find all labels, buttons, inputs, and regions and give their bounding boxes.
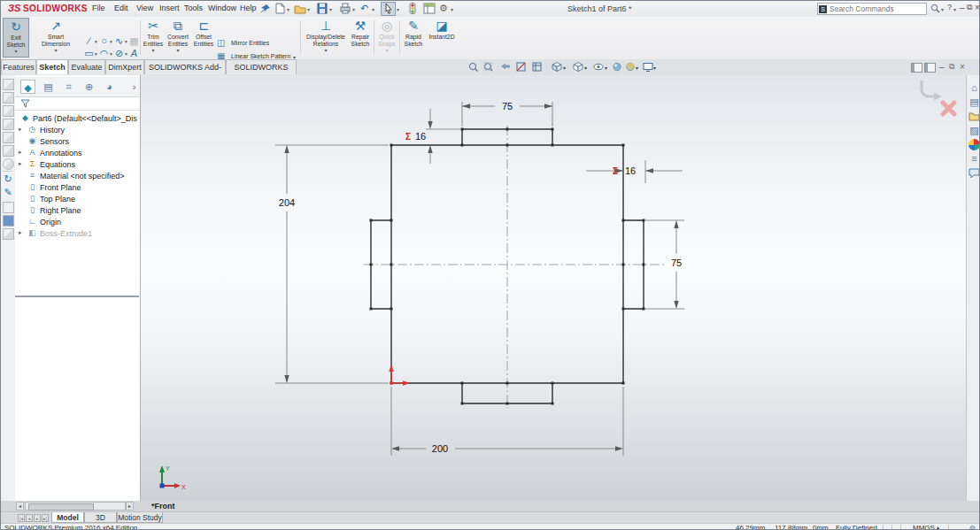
settings-caret-icon[interactable]: ▾ [451,6,453,12]
arc-caret-icon[interactable]: ▾ [110,51,112,57]
spline-caret-icon[interactable]: ▾ [125,39,127,44]
offset-entities-button[interactable]: ⊏ Offset Entities [191,18,216,58]
dim-top-tab-width[interactable]: 75 [502,101,513,111]
doc-close-button[interactable]: × [960,62,965,72]
view-palette-icon[interactable]: ▨ [968,125,980,136]
line-caret-icon[interactable]: ▾ [95,39,97,44]
tree-item-front-plane[interactable]: ▯ Front Plane [15,182,139,194]
tab-features[interactable]: Features [1,59,36,74]
expand-caret-icon[interactable]: ▸ [19,126,22,133]
horizontal-scrollbar[interactable] [25,502,126,511]
apply-scene-caret-icon[interactable]: ▾ [636,65,638,71]
manager-tabs-overflow-chevron-icon[interactable]: › [127,80,142,94]
home-icon[interactable]: ⌂ [968,82,980,94]
filter-funnel-icon[interactable] [20,99,30,108]
tree-item-boss-extrude1[interactable]: ▸ ◧ Boss-Extrude1 [15,228,139,240]
select-caret-icon[interactable]: ▾ [397,6,399,12]
first-tab-button[interactable]: |◂ [18,514,25,522]
view-cube-icon[interactable] [3,79,14,90]
screen-icon[interactable] [3,202,14,213]
menu-insert[interactable]: Insert [159,4,180,12]
scrollbar-thumb[interactable] [28,503,94,511]
circle-caret-icon[interactable]: ▾ [110,39,112,44]
hide-show-caret-icon[interactable]: ▾ [605,65,607,71]
custom-properties-icon[interactable]: ≡ [968,153,980,165]
exit-sketch-corner-arrow[interactable] [934,93,942,101]
view-cube-icon[interactable] [3,145,14,157]
tab-3d-views[interactable]: 3D Views [84,512,117,523]
tab-model[interactable]: Model [51,512,84,523]
solidworks-forum-icon[interactable] [968,167,980,179]
displaymanager-tab-icon[interactable]: ◕ [102,80,117,94]
configurationmanager-tab-icon[interactable]: ⌗ [61,80,76,94]
zoom-to-area-icon[interactable] [484,63,492,71]
search-input[interactable] [830,4,914,13]
display-style-icon[interactable] [574,63,583,72]
doc-minimize-button[interactable]: – [939,62,945,72]
minimize-button[interactable]: – [960,3,965,12]
view-cube-icon[interactable] [3,105,14,117]
file-explorer-icon[interactable] [968,111,980,122]
expand-caret-icon[interactable]: ▸ [19,149,22,156]
trim-entities-button[interactable]: ✂ Trim Entities ▾ [142,18,165,58]
cancel-sketch-icon[interactable] [943,103,954,114]
next-tab-button[interactable]: ▸ [34,514,41,522]
help-caret-icon[interactable]: ▾ [953,6,956,12]
arc-tool-icon[interactable]: ◠ [98,48,110,59]
tree-root-part[interactable]: ◆ Part6 (Default<<Default>_Display State [15,113,139,125]
show-display-pane-icon[interactable] [924,63,936,73]
view-cube-icon[interactable] [3,92,14,104]
prev-tab-button[interactable]: ◂ [26,514,33,522]
doc-restore-button[interactable]: ⧉ [949,62,954,72]
view-cube-icon[interactable] [3,132,14,143]
appearances-icon[interactable] [968,139,980,150]
tab-dimxpert[interactable]: DimXpert [105,59,144,74]
design-library-icon[interactable]: ▤ [968,96,980,108]
dimxpertmanager-tab-icon[interactable]: ⊕ [81,80,96,94]
tab-solidworks-add-ins[interactable]: SOLIDWORKS Add-Ins [144,59,226,74]
tree-item-top-plane[interactable]: ▯ Top Plane [15,194,139,205]
view-settings-caret-icon[interactable]: ▾ [653,65,656,71]
save-icon[interactable] [316,3,328,14]
repair-sketch-button[interactable]: ⚒ Repair Sketch [349,18,372,58]
menu-help[interactable]: Help [240,4,257,12]
open-caret-icon[interactable]: ▾ [307,6,310,12]
previous-view-icon[interactable] [501,64,510,70]
tree-item-history[interactable]: ▸ ◷ History [15,125,139,136]
tags-icon[interactable]: ◍ [969,524,976,530]
new-document-icon[interactable] [274,3,286,14]
convert-caret-icon[interactable]: ▾ [166,48,190,54]
display-style-caret-icon[interactable]: ▾ [584,65,587,71]
tab-sketch[interactable]: Sketch [36,59,68,74]
rectangle-tool-icon[interactable]: ▭ [83,48,95,59]
menu-window[interactable]: Window [208,4,236,12]
print-caret-icon[interactable]: ▾ [352,6,355,12]
dim-side-tab-height[interactable]: 75 [671,257,682,268]
tree-item-origin[interactable]: ∟ Origin [15,217,139,228]
text-tool-icon[interactable]: A [128,48,140,59]
tree-filter-row[interactable] [15,96,140,111]
trim-caret-icon[interactable]: ▾ [142,48,165,54]
tree-item-material[interactable]: ≡ Material <not specified> [15,171,139,182]
menu-view[interactable]: View [136,4,153,12]
tab-motion-study-1[interactable]: Motion Study 1 [117,512,163,523]
sketch-canvas[interactable]: 75 Σ 16 Σ 16 204 75 200 [141,75,966,501]
undo-caret-icon[interactable]: ▾ [372,6,374,12]
dim-overall-width[interactable]: 200 [432,443,448,454]
search-icon[interactable] [930,4,940,13]
print-icon[interactable] [339,3,351,14]
tree-item-right-plane[interactable]: ▯ Right Plane [15,205,139,217]
smart-dimension-button[interactable]: ↗ Smart Dimension ▾ [31,18,81,58]
restore-button[interactable]: ⧉ [967,3,972,12]
exit-sketch-caret-icon[interactable]: ▾ [4,49,28,55]
expand-caret-icon[interactable]: ▸ [19,229,22,236]
sketch-icon[interactable]: ↻ [2,173,14,185]
dim-right-tab-depth[interactable]: 16 [625,165,636,176]
tree-item-sensors[interactable]: ◉ Sensors [15,136,139,148]
menu-edit[interactable]: Edit [114,4,128,12]
instant2d-button[interactable]: ◪ Instant2D [427,18,457,58]
show-featuremanager-pane-icon[interactable] [911,63,922,73]
apply-scene-icon[interactable] [627,63,635,70]
display-delete-caret-icon[interactable]: ▾ [304,48,348,54]
scroll-right-button[interactable]: ▸ [126,502,134,511]
